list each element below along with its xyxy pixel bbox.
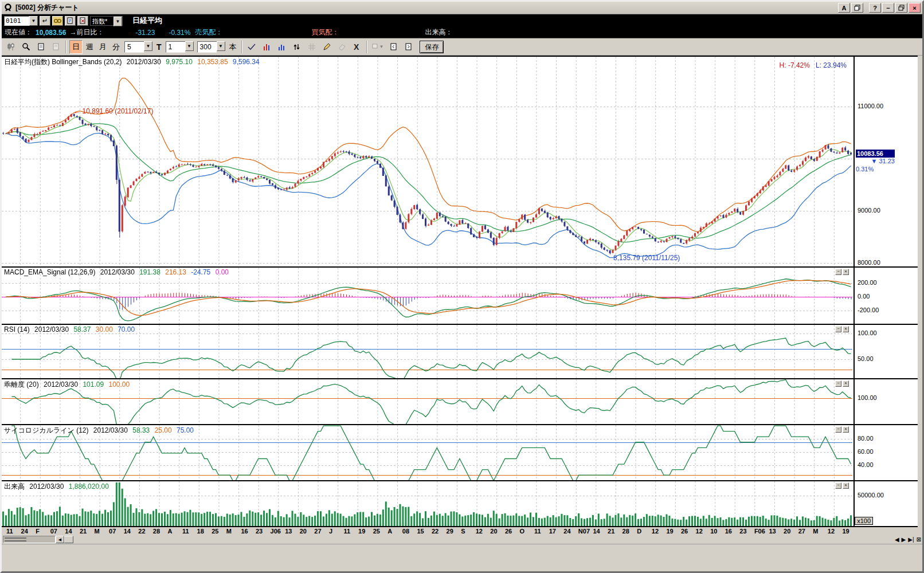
axis-label: 50000.00 [858,492,884,499]
xaxis-label: 16 [725,528,732,535]
macd-date: 2012/03/30 [100,268,135,276]
symbol-dropdown-button[interactable]: ▼ [29,16,38,26]
page-new-button[interactable] [34,40,48,54]
enter-button[interactable]: ↵ [40,16,50,26]
kairi-panel: 乖離度 (20) 2012/03/30 101.09 100.00 −× 100… [2,378,918,424]
zero-value: 0.00 [216,268,229,276]
delete-x-button[interactable]: X [350,40,363,54]
page-copy-button[interactable] [49,40,62,54]
nav-next-button[interactable]: ▶ [902,536,906,543]
xaxis-label: D [637,528,641,535]
scrollbar-thumb[interactable] [64,536,73,543]
minute-interval-select[interactable]: 5 ▼ [124,41,152,53]
title-bar: [5002] 分析チャート A ? − × [2,2,922,14]
xaxis-label: 10 [710,528,717,535]
xaxis-label: 20 [490,528,497,535]
xaxis-label: F [36,528,40,535]
bar-count-dropdown[interactable]: ▼ [217,41,225,51]
panel-collapse-button[interactable]: − [835,482,841,489]
minimize-button[interactable]: − [882,3,894,13]
period-month-button[interactable]: 月 [97,41,109,53]
volume-panel: 出来高 2012/03/30 1,886,020.00 −× 50000.00 … [2,480,918,526]
badge-change-pct: 0.31% [856,166,895,172]
restore-icon [898,5,905,11]
tick-select[interactable]: 1 ▼ [166,41,194,53]
tick-label: T [156,42,162,52]
font-button[interactable]: A [838,3,850,13]
panel-close-button[interactable]: × [843,269,849,275]
page-prev-button[interactable] [386,40,400,54]
period-minute-button[interactable]: 分 [110,41,122,53]
memo-edit-button[interactable] [65,16,76,26]
xaxis-label: N07 [578,528,590,535]
xaxis-label: 08 [402,528,409,535]
page-copy-icon [53,43,59,50]
quote-bar: 現在値： 10,083.56 →前日比： -31.23 -0.31% 売気配： … [2,27,922,38]
nav-end-button[interactable]: ▶| [908,536,914,543]
layout-copy-button[interactable]: ▼ [370,40,386,54]
memo-clear-button[interactable] [77,16,88,26]
binoculars-search-button[interactable] [52,16,63,26]
xaxis-label: F06 [754,528,765,535]
xaxis-label: 25 [212,528,218,535]
kairi-header: 乖離度 (20) 2012/03/30 101.09 100.00 [4,380,132,390]
sort-arrows-button[interactable] [290,40,304,54]
panel-collapse-button[interactable]: − [835,326,841,332]
xaxis-label: J06 [271,528,281,535]
panel-close-button[interactable]: × [843,482,849,489]
macd-canvas[interactable] [2,268,852,325]
xaxis-label: 11 [343,528,350,535]
panel-close-button[interactable]: × [843,326,849,332]
price-chart-canvas[interactable] [2,57,852,268]
category-select[interactable]: 指数* ▼ [90,16,123,26]
panel-collapse-button[interactable]: − [835,426,841,433]
indicator-red-bars-button[interactable] [260,40,274,54]
psych-date: 2012/03/30 [93,426,128,434]
current-price-label: 現在値： [5,28,32,37]
category-dropdown-button[interactable]: ▼ [113,17,122,26]
x-axis: 1124F071421M07142228A111825M1623J0613202… [2,526,918,535]
high-pct: H: -7.42% [780,61,810,69]
scrollbar-grip[interactable] [5,537,26,541]
candlestick-chart-button[interactable] [4,40,18,54]
xaxis-label: 07 [109,528,116,535]
copy-window-button[interactable] [851,3,863,13]
nav-close-button[interactable]: ⊠ [917,536,921,543]
bar-count-select[interactable]: 300 ▼ [197,41,225,53]
axis-label: 9000.00 [858,207,880,214]
panel-close-button[interactable]: × [843,426,849,433]
xaxis-label: M [813,528,818,535]
period-week-button[interactable]: 週 [84,41,96,53]
bollinger-lower-value: 9,596.34 [233,58,260,66]
help-button[interactable]: ? [869,3,881,13]
eraser-icon [338,44,346,50]
save-button[interactable]: 保存 [420,41,444,53]
xaxis-label: 20 [300,528,307,535]
xaxis-label: 13 [285,528,292,535]
window-copy-icon [372,44,379,50]
minute-interval-dropdown[interactable]: ▼ [144,41,152,51]
pencil-button[interactable] [320,40,334,54]
eraser-button[interactable] [335,40,349,54]
period-day-button[interactable]: 日 [69,40,83,54]
zoom-button[interactable] [19,40,33,54]
page-next-button[interactable] [401,40,415,54]
rsi-title: RSI (14) [4,325,30,333]
xaxis-label: 26 [505,528,512,535]
panel-collapse-button[interactable]: − [835,380,841,387]
panel-collapse-button[interactable]: − [835,269,841,275]
scroll-left-button[interactable]: ◀ [56,536,64,543]
nav-prev-button[interactable]: ◀ [895,536,899,543]
volume-canvas[interactable] [2,481,852,527]
kairi-value: 101.09 [83,380,104,388]
grid-button[interactable] [305,40,319,54]
price-axis: 10083.56 ▼ 31.23 0.31% 11000.009000.0080… [853,57,918,266]
scrollbar-track[interactable] [3,536,56,543]
panel-close-button[interactable]: × [843,380,849,387]
indicator-blue-bars-button[interactable] [275,40,289,54]
restore-button[interactable] [895,3,907,13]
close-button[interactable]: × [909,3,921,13]
tick-dropdown[interactable]: ▼ [185,41,194,51]
draw-check-button[interactable] [245,40,259,54]
symbol-code-input[interactable] [4,16,29,26]
